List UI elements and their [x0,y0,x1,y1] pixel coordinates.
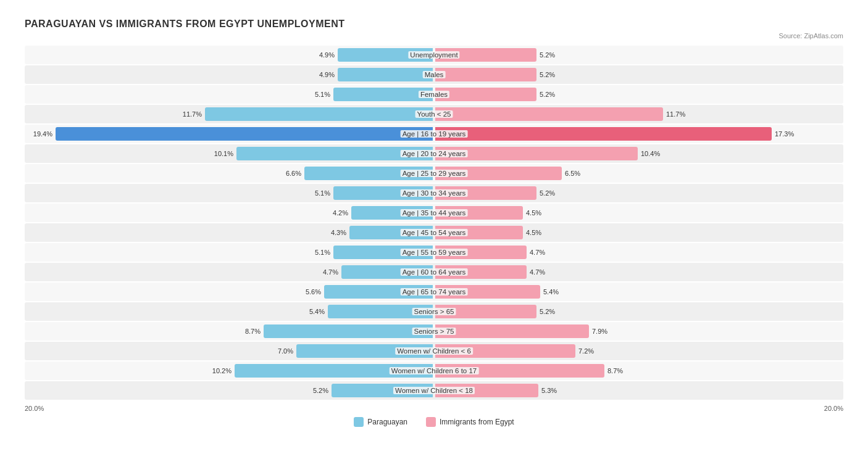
table-row: 4.3%4.5%Age | 45 to 54 years [25,223,843,242]
axis-labels: 20.0% 20.0% [25,401,843,412]
right-value: 5.2% [540,71,555,78]
right-value: 6.5% [565,170,580,177]
table-row: 10.1%10.4%Age | 20 to 24 years [25,144,843,163]
left-bar [333,186,433,200]
left-bar [341,265,433,279]
right-value: 7.2% [578,347,594,355]
left-value: 5.4% [303,308,325,315]
left-value: 5.2% [307,387,328,394]
right-bar [435,265,527,279]
right-value: 5.3% [541,387,557,394]
right-value: 5.2% [540,189,555,197]
left-bar [205,107,433,121]
right-bar [435,344,575,358]
left-value: 5.1% [309,189,330,197]
legend-paraguayan-label: Paraguayan [367,418,407,426]
table-row: 5.4%5.2%Seniors > 65 [25,302,843,321]
right-bar [435,246,527,259]
right-value: 4.5% [526,209,541,217]
right-bar [435,285,540,299]
left-bar [324,285,433,299]
right-bar [435,384,538,397]
right-bar [435,364,604,378]
right-value: 5.4% [543,288,559,295]
left-bar [236,147,433,160]
right-value: 4.7% [530,268,545,276]
legend-egypt: Immigrants from Egypt [426,417,514,427]
right-bar [435,206,523,220]
right-value: 5.2% [540,308,555,315]
table-row: 5.2%5.3%Women w/ Children < 18 [25,381,843,400]
right-value: 10.4% [641,150,660,157]
right-bar [435,88,536,101]
legend-egypt-label: Immigrants from Egypt [440,418,514,426]
table-row: 4.9%5.2%Unemployment [25,46,843,64]
table-row: 5.1%4.7%Age | 55 to 59 years [25,243,843,262]
legend: Paraguayan Immigrants from Egypt [25,417,843,427]
legend-egypt-box [426,417,436,427]
right-value: 11.7% [666,110,685,118]
left-value: 4.3% [325,229,346,236]
left-value: 8.7% [239,328,261,335]
left-value: 5.1% [309,91,330,98]
axis-left-label: 20.0% [25,405,44,412]
table-row: 10.2%8.7%Women w/ Children 6 to 17 [25,362,843,380]
left-value: 7.0% [272,347,293,355]
table-row: 6.6%6.5%Age | 25 to 29 years [25,164,843,183]
left-value: 19.4% [31,130,52,138]
left-bar [351,206,433,220]
left-bar [349,226,433,239]
left-value: 6.6% [280,170,301,177]
left-bar [296,344,433,358]
right-bar [435,107,663,121]
table-row: 4.9%5.2%Males [25,65,843,84]
left-value: 4.7% [317,268,338,276]
table-row: 4.2%4.5%Age | 35 to 44 years [25,204,843,222]
right-value: 7.9% [592,328,607,335]
left-bar [333,246,433,259]
left-bar [304,167,433,180]
right-bar [435,305,536,318]
right-value: 5.2% [540,51,555,59]
chart-source: Source: ZipAtlas.com [25,32,843,39]
right-value: 5.2% [540,91,555,98]
left-value: 10.2% [210,367,232,374]
right-bar [435,186,536,200]
table-row: 4.7%4.7%Age | 60 to 64 years [25,263,843,281]
left-value: 4.2% [327,209,348,217]
left-value: 5.1% [309,249,330,256]
left-value: 4.9% [313,71,335,78]
left-bar [332,384,433,397]
right-value: 8.7% [607,367,623,374]
table-row: 19.4%17.3%Age | 16 to 19 years [25,125,843,143]
table-row: 8.7%7.9%Seniors > 75 [25,322,843,341]
right-bar [435,147,638,160]
right-value: 4.7% [530,249,545,256]
right-bar [435,226,523,239]
left-bar [338,68,433,81]
left-bar [328,305,433,318]
left-value: 10.1% [212,150,233,157]
right-bar [435,127,772,141]
table-row: 5.1%5.2%Age | 30 to 34 years [25,184,843,202]
right-bar [435,68,536,81]
table-row: 7.0%7.2%Women w/ Children < 6 [25,342,843,360]
left-bar [333,88,433,101]
chart-title: PARAGUAYAN VS IMMIGRANTS FROM EGYPT UNEM… [25,19,843,30]
right-value: 17.3% [775,130,794,138]
chart-area: 4.9%5.2%Unemployment4.9%5.2%Males5.1%5.2… [25,46,843,400]
legend-paraguayan: Paraguayan [354,417,407,427]
left-bar [338,48,433,62]
chart-container: PARAGUAYAN VS IMMIGRANTS FROM EGYPT UNEM… [12,12,856,439]
axis-right-label: 20.0% [824,405,843,412]
right-bar [435,324,589,338]
right-value: 4.5% [526,229,541,236]
right-bar [435,167,562,180]
left-value: 5.6% [299,288,321,295]
table-row: 11.7%11.7%Youth < 25 [25,105,843,123]
left-bar [235,364,433,378]
table-row: 5.6%5.4%Age | 65 to 74 years [25,283,843,301]
right-bar [435,48,536,62]
left-value: 4.9% [313,51,335,59]
legend-paraguayan-box [354,417,364,427]
